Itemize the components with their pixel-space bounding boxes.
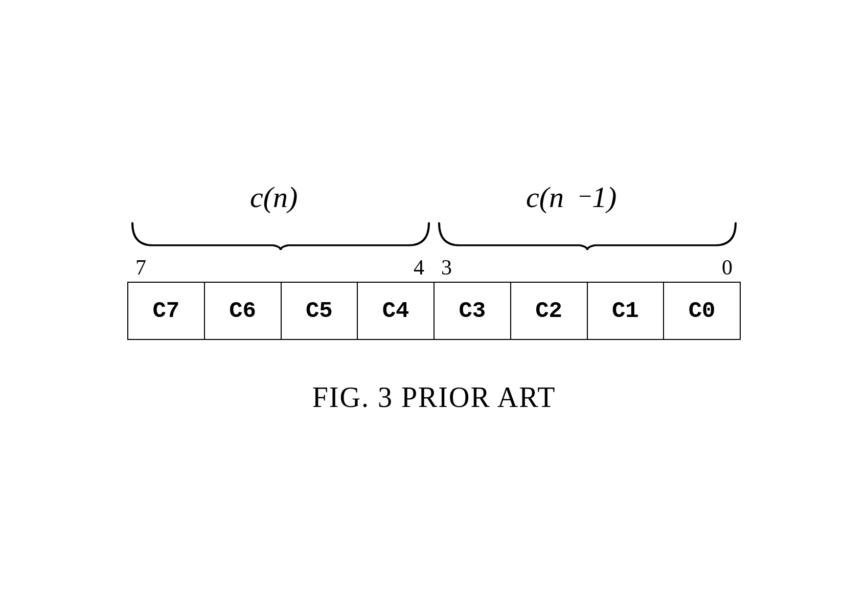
bitnums-row: 7 4 3 0 xyxy=(127,254,741,280)
cell-c2: C2 xyxy=(511,283,588,339)
svg-text:c(n: c(n xyxy=(526,180,564,213)
cell-c1: C1 xyxy=(588,283,665,339)
svg-text:−: − xyxy=(577,183,593,209)
svg-text:1): 1) xyxy=(592,180,616,213)
bitnum-3: 3 xyxy=(441,255,452,280)
left-brace xyxy=(127,219,434,250)
right-brace xyxy=(434,219,741,250)
label-cn1: c(n − 1) xyxy=(434,177,730,219)
cell-c5: C5 xyxy=(282,283,358,339)
braces-row xyxy=(127,219,741,250)
bitnum-4: 4 xyxy=(414,255,424,280)
cell-c3: C3 xyxy=(435,283,511,339)
label-cn: c(n) xyxy=(138,177,434,219)
cell-c7: C7 xyxy=(128,283,205,339)
cells-row: C7 C6 C5 C4 C3 C2 C1 C0 xyxy=(127,282,741,340)
figure-caption: FIG. 3 PRIOR ART xyxy=(312,381,556,414)
cell-c4: C4 xyxy=(358,283,435,339)
cell-c6: C6 xyxy=(205,283,282,339)
diagram-container: c(n) c(n − 1) 7 4 3 0 xyxy=(127,177,741,414)
labels-row: c(n) c(n − 1) xyxy=(127,177,741,219)
bitnum-0: 0 xyxy=(722,255,733,280)
cell-c0: C0 xyxy=(664,283,740,339)
svg-text:c(n): c(n) xyxy=(250,180,298,213)
bitnum-7: 7 xyxy=(135,255,146,280)
